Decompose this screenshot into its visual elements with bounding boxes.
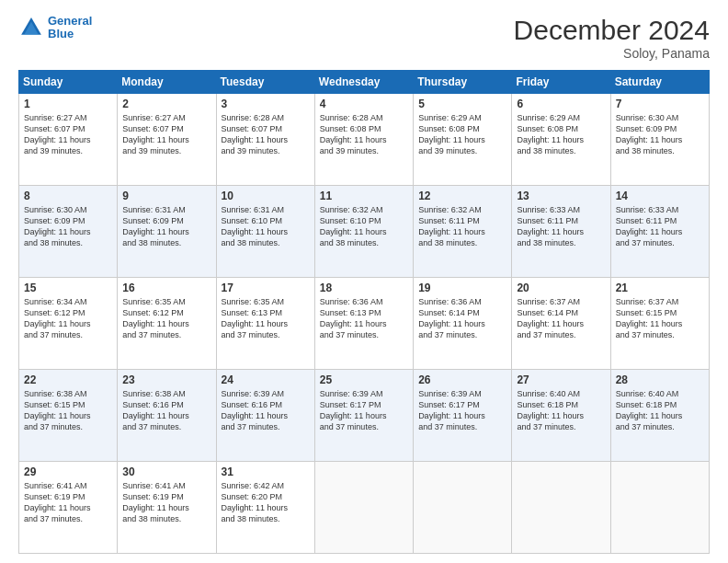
day-info: Sunrise: 6:33 AM Sunset: 6:11 PM Dayligh…	[616, 204, 704, 249]
day-info: Sunrise: 6:29 AM Sunset: 6:08 PM Dayligh…	[517, 112, 605, 157]
logo-text: General Blue	[48, 15, 92, 41]
day-number: 6	[517, 98, 605, 110]
calendar-cell: 6Sunrise: 6:29 AM Sunset: 6:08 PM Daylig…	[512, 94, 610, 186]
calendar-table: SundayMondayTuesdayWednesdayThursdayFrid…	[18, 70, 710, 554]
calendar-cell: 7Sunrise: 6:30 AM Sunset: 6:09 PM Daylig…	[610, 94, 709, 186]
page: General Blue December 2024 Soloy, Panama…	[0, 0, 728, 563]
calendar-cell: 10Sunrise: 6:31 AM Sunset: 6:10 PM Dayli…	[216, 186, 314, 278]
calendar-cell	[414, 462, 512, 554]
calendar-cell: 17Sunrise: 6:35 AM Sunset: 6:13 PM Dayli…	[216, 278, 314, 370]
day-info: Sunrise: 6:29 AM Sunset: 6:08 PM Dayligh…	[418, 112, 506, 157]
calendar-cell	[512, 462, 610, 554]
calendar-cell: 22Sunrise: 6:38 AM Sunset: 6:15 PM Dayli…	[19, 370, 118, 462]
day-info: Sunrise: 6:39 AM Sunset: 6:16 PM Dayligh…	[222, 388, 310, 433]
calendar-cell: 28Sunrise: 6:40 AM Sunset: 6:18 PM Dayli…	[610, 370, 709, 462]
day-number: 22	[24, 373, 112, 386]
day-info: Sunrise: 6:27 AM Sunset: 6:07 PM Dayligh…	[24, 112, 112, 157]
day-number: 4	[320, 98, 408, 110]
day-number: 7	[616, 98, 704, 110]
header: General Blue December 2024 Soloy, Panama	[18, 15, 710, 61]
calendar-week-2: 8Sunrise: 6:30 AM Sunset: 6:09 PM Daylig…	[19, 186, 710, 278]
calendar-cell: 30Sunrise: 6:41 AM Sunset: 6:19 PM Dayli…	[118, 462, 216, 554]
day-info: Sunrise: 6:32 AM Sunset: 6:11 PM Dayligh…	[418, 204, 506, 249]
day-info: Sunrise: 6:41 AM Sunset: 6:19 PM Dayligh…	[122, 480, 210, 525]
calendar-cell: 14Sunrise: 6:33 AM Sunset: 6:11 PM Dayli…	[610, 186, 709, 278]
calendar-cell: 24Sunrise: 6:39 AM Sunset: 6:16 PM Dayli…	[216, 370, 314, 462]
weekday-header-saturday: Saturday	[610, 71, 709, 94]
day-number: 23	[122, 373, 210, 386]
calendar-cell: 8Sunrise: 6:30 AM Sunset: 6:09 PM Daylig…	[19, 186, 118, 278]
day-number: 21	[616, 282, 704, 294]
day-number: 11	[320, 190, 408, 202]
calendar-cell: 20Sunrise: 6:37 AM Sunset: 6:14 PM Dayli…	[512, 278, 610, 370]
day-info: Sunrise: 6:31 AM Sunset: 6:10 PM Dayligh…	[222, 204, 310, 249]
day-number: 9	[122, 190, 210, 202]
day-number: 1	[24, 98, 112, 110]
day-info: Sunrise: 6:27 AM Sunset: 6:07 PM Dayligh…	[122, 112, 210, 157]
logo-general: General	[48, 14, 92, 28]
weekday-header-friday: Friday	[512, 71, 610, 94]
calendar-week-1: 1Sunrise: 6:27 AM Sunset: 6:07 PM Daylig…	[19, 94, 710, 186]
weekday-header-thursday: Thursday	[414, 71, 512, 94]
weekday-header-row: SundayMondayTuesdayWednesdayThursdayFrid…	[19, 71, 710, 94]
day-info: Sunrise: 6:35 AM Sunset: 6:12 PM Dayligh…	[122, 296, 210, 341]
calendar-body: 1Sunrise: 6:27 AM Sunset: 6:07 PM Daylig…	[19, 94, 710, 554]
weekday-header-sunday: Sunday	[19, 71, 118, 94]
day-number: 14	[616, 190, 704, 202]
day-info: Sunrise: 6:38 AM Sunset: 6:15 PM Dayligh…	[24, 388, 112, 433]
calendar-week-5: 29Sunrise: 6:41 AM Sunset: 6:19 PM Dayli…	[19, 462, 710, 554]
day-number: 18	[320, 282, 408, 294]
day-number: 27	[517, 373, 605, 386]
day-info: Sunrise: 6:39 AM Sunset: 6:17 PM Dayligh…	[418, 388, 506, 433]
day-number: 30	[122, 465, 210, 478]
calendar-cell: 16Sunrise: 6:35 AM Sunset: 6:12 PM Dayli…	[118, 278, 216, 370]
day-number: 17	[222, 282, 310, 294]
logo-blue: Blue	[48, 27, 74, 40]
calendar-cell: 5Sunrise: 6:29 AM Sunset: 6:08 PM Daylig…	[414, 94, 512, 186]
day-number: 31	[222, 465, 310, 478]
calendar-cell: 23Sunrise: 6:38 AM Sunset: 6:16 PM Dayli…	[118, 370, 216, 462]
day-info: Sunrise: 6:30 AM Sunset: 6:09 PM Dayligh…	[616, 112, 704, 157]
day-number: 16	[122, 282, 210, 294]
day-number: 10	[222, 190, 310, 202]
calendar-cell: 12Sunrise: 6:32 AM Sunset: 6:11 PM Dayli…	[414, 186, 512, 278]
day-number: 5	[418, 98, 506, 110]
title-block: December 2024 Soloy, Panama	[514, 15, 710, 61]
calendar-cell: 4Sunrise: 6:28 AM Sunset: 6:08 PM Daylig…	[314, 94, 413, 186]
calendar-cell: 2Sunrise: 6:27 AM Sunset: 6:07 PM Daylig…	[118, 94, 216, 186]
day-info: Sunrise: 6:34 AM Sunset: 6:12 PM Dayligh…	[24, 296, 112, 341]
calendar-cell	[314, 462, 413, 554]
day-number: 12	[418, 190, 506, 202]
day-info: Sunrise: 6:31 AM Sunset: 6:09 PM Dayligh…	[122, 204, 210, 249]
calendar-cell: 3Sunrise: 6:28 AM Sunset: 6:07 PM Daylig…	[216, 94, 314, 186]
day-number: 8	[24, 190, 112, 202]
day-info: Sunrise: 6:30 AM Sunset: 6:09 PM Dayligh…	[24, 204, 112, 249]
day-info: Sunrise: 6:40 AM Sunset: 6:18 PM Dayligh…	[616, 388, 704, 433]
day-info: Sunrise: 6:33 AM Sunset: 6:11 PM Dayligh…	[517, 204, 605, 249]
day-info: Sunrise: 6:37 AM Sunset: 6:15 PM Dayligh…	[616, 296, 704, 341]
calendar-cell: 21Sunrise: 6:37 AM Sunset: 6:15 PM Dayli…	[610, 278, 709, 370]
weekday-header-monday: Monday	[118, 71, 216, 94]
weekday-header-wednesday: Wednesday	[314, 71, 413, 94]
day-number: 26	[418, 373, 506, 386]
day-info: Sunrise: 6:32 AM Sunset: 6:10 PM Dayligh…	[320, 204, 408, 249]
calendar-week-3: 15Sunrise: 6:34 AM Sunset: 6:12 PM Dayli…	[19, 278, 710, 370]
calendar-cell: 29Sunrise: 6:41 AM Sunset: 6:19 PM Dayli…	[19, 462, 118, 554]
day-info: Sunrise: 6:36 AM Sunset: 6:13 PM Dayligh…	[320, 296, 408, 341]
logo: General Blue	[18, 15, 92, 41]
day-number: 19	[418, 282, 506, 294]
calendar-cell: 19Sunrise: 6:36 AM Sunset: 6:14 PM Dayli…	[414, 278, 512, 370]
calendar-cell: 13Sunrise: 6:33 AM Sunset: 6:11 PM Dayli…	[512, 186, 610, 278]
weekday-header-tuesday: Tuesday	[216, 71, 314, 94]
day-number: 29	[24, 465, 112, 478]
day-info: Sunrise: 6:39 AM Sunset: 6:17 PM Dayligh…	[320, 388, 408, 433]
calendar-cell: 15Sunrise: 6:34 AM Sunset: 6:12 PM Dayli…	[19, 278, 118, 370]
calendar-cell: 18Sunrise: 6:36 AM Sunset: 6:13 PM Dayli…	[314, 278, 413, 370]
calendar-week-4: 22Sunrise: 6:38 AM Sunset: 6:15 PM Dayli…	[19, 370, 710, 462]
month-title: December 2024	[514, 15, 710, 46]
location: Soloy, Panama	[514, 46, 710, 61]
calendar-cell: 27Sunrise: 6:40 AM Sunset: 6:18 PM Dayli…	[512, 370, 610, 462]
logo-icon	[18, 15, 44, 40]
day-number: 24	[222, 373, 310, 386]
day-number: 25	[320, 373, 408, 386]
